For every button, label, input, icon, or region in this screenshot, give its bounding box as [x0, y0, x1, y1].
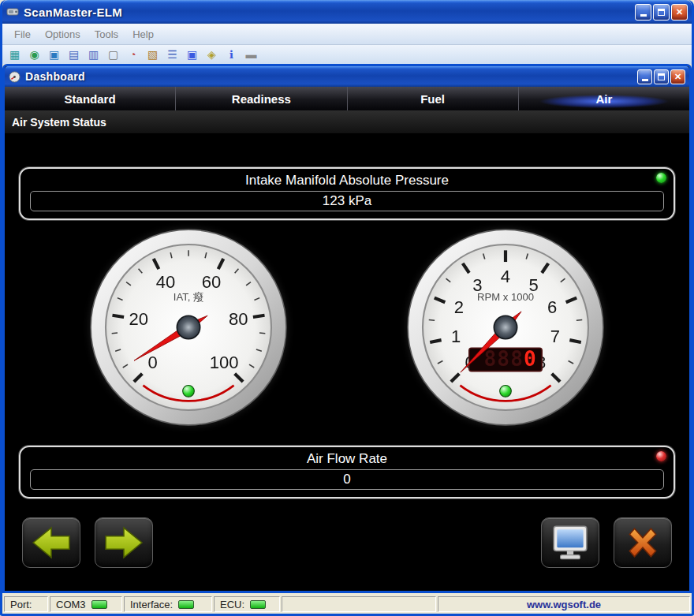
info-icon[interactable]: ℹ [225, 48, 238, 62]
dashboard-icon [9, 71, 21, 83]
airflow-panel-value: 0 [30, 469, 664, 490]
iat-gauge: 020406080100IAT, 癈 [89, 228, 288, 427]
section-header: Air System Status [5, 110, 689, 134]
ecu-led-icon [250, 600, 266, 609]
svg-text:40: 40 [156, 272, 176, 292]
svg-text:1: 1 [451, 327, 461, 346]
tab-label: Standard [65, 92, 116, 106]
map-panel-led-icon [656, 173, 666, 183]
tabbar: Standard Readiness Fuel Air [5, 87, 689, 110]
menu-file[interactable]: File [7, 28, 38, 40]
chart-icon[interactable]: ▧ [146, 48, 159, 62]
svg-text:20: 20 [129, 309, 149, 329]
svg-text:60: 60 [202, 272, 222, 292]
tab-label: Readiness [232, 92, 291, 106]
close-button[interactable]: ✕ [671, 4, 688, 21]
svg-text:6: 6 [547, 297, 557, 317]
statusbar-ecu: ECU: [214, 596, 280, 612]
main-window-title: ScanMaster-ELM [24, 6, 635, 19]
statusbar-port-value: COM3 [50, 596, 122, 612]
svg-text:RPM x 1000: RPM x 1000 [477, 291, 534, 303]
minimize-icon [640, 14, 647, 17]
dashboard-maximize-button[interactable] [654, 69, 669, 84]
window-icon[interactable]: ▢ [106, 48, 120, 62]
device-icon[interactable]: ▬ [244, 48, 258, 62]
menubar: File Options Tools Help [2, 24, 692, 45]
statusbar-spacer [282, 596, 436, 612]
main-window: ScanMaster-ELM ✕ File Options Tools Help… [0, 0, 694, 616]
svg-text:0: 0 [148, 353, 158, 372]
chip-icon[interactable]: ▦ [8, 48, 21, 62]
maximize-icon [658, 73, 665, 80]
statusbar-port-label: Port: [4, 596, 48, 612]
maximize-icon [658, 9, 665, 16]
dashboard-window: Dashboard ✕ Standard Readiness Fuel Air … [2, 64, 692, 593]
gauges-row: 020406080100IAT, 癈 012345678RPM x 1000 8… [19, 231, 675, 438]
maximize-button[interactable] [653, 4, 670, 21]
tab-label: Air [595, 92, 612, 106]
key-icon[interactable]: ◈ [205, 48, 218, 62]
monitor-1-icon[interactable]: ▤ [67, 48, 80, 62]
svg-text:2: 2 [454, 297, 464, 317]
svg-text:100: 100 [210, 353, 239, 372]
dashboard-close-button[interactable]: ✕ [670, 69, 685, 84]
globe-icon[interactable]: ◉ [28, 48, 41, 62]
exit-button[interactable] [614, 517, 672, 568]
screen-icon[interactable]: ▣ [185, 48, 199, 62]
minimize-button[interactable] [635, 4, 651, 21]
list-icon[interactable]: ☰ [166, 48, 179, 62]
main-titlebar[interactable]: ScanMaster-ELM ✕ [2, 0, 692, 24]
menu-help[interactable]: Help [125, 28, 161, 40]
map-panel: Intake Manifold Absolute Pressure 123 kP… [19, 167, 675, 220]
monitor-icon [550, 525, 590, 561]
tab-air[interactable]: Air [519, 87, 689, 110]
close-icon: ✕ [676, 7, 683, 17]
svg-text:8880: 8880 [483, 347, 536, 371]
dashboard-title: Dashboard [25, 70, 637, 83]
dashboard-minimize-button[interactable] [637, 69, 652, 84]
tab-fuel[interactable]: Fuel [348, 87, 519, 110]
app-icon [6, 6, 19, 18]
arrow-left-icon [32, 526, 71, 559]
tab-label: Fuel [420, 92, 445, 106]
monitor-2-icon[interactable]: ▥ [87, 48, 100, 62]
airflow-panel: Air Flow Rate 0 [19, 446, 675, 498]
dashboard-content: Intake Manifold Absolute Pressure 123 kP… [5, 134, 689, 591]
svg-text:7: 7 [550, 327, 560, 346]
button-row [19, 517, 675, 568]
minimize-icon [642, 79, 648, 81]
port-led-icon [91, 600, 107, 609]
prev-button[interactable] [22, 517, 80, 568]
x-icon [623, 525, 662, 561]
map-panel-title: Intake Manifold Absolute Pressure [30, 173, 664, 189]
toolbar: ▦◉▣▤▥▢◔▧☰▣◈ℹ▬ [2, 45, 692, 64]
connect-icon[interactable]: ▣ [47, 48, 61, 62]
tab-standard[interactable]: Standard [5, 87, 176, 110]
interface-led-icon [178, 600, 194, 609]
gauge-icon[interactable]: ◔ [126, 48, 140, 62]
airflow-panel-led-icon [656, 451, 666, 461]
statusbar-interface: Interface: [124, 596, 212, 612]
airflow-panel-title: Air Flow Rate [30, 451, 664, 467]
menu-tools[interactable]: Tools [88, 28, 125, 40]
menu-options[interactable]: Options [38, 28, 88, 40]
svg-text:4: 4 [501, 267, 510, 286]
tab-readiness[interactable]: Readiness [176, 87, 347, 110]
statusbar: Port: COM3 Interface: ECU: www.wgsoft.de [2, 595, 692, 614]
rpm-gauge: 012345678RPM x 1000 8880 [406, 228, 605, 427]
next-button[interactable] [95, 517, 153, 568]
display-button[interactable] [541, 517, 599, 568]
statusbar-website-link[interactable]: www.wgsoft.de [438, 596, 690, 612]
map-panel-value: 123 kPa [30, 191, 664, 211]
arrow-right-icon [104, 526, 144, 559]
svg-text:IAT, 癈: IAT, 癈 [174, 291, 203, 303]
svg-text:80: 80 [229, 309, 248, 329]
close-icon: ✕ [674, 72, 681, 82]
dashboard-titlebar[interactable]: Dashboard ✕ [5, 66, 689, 87]
